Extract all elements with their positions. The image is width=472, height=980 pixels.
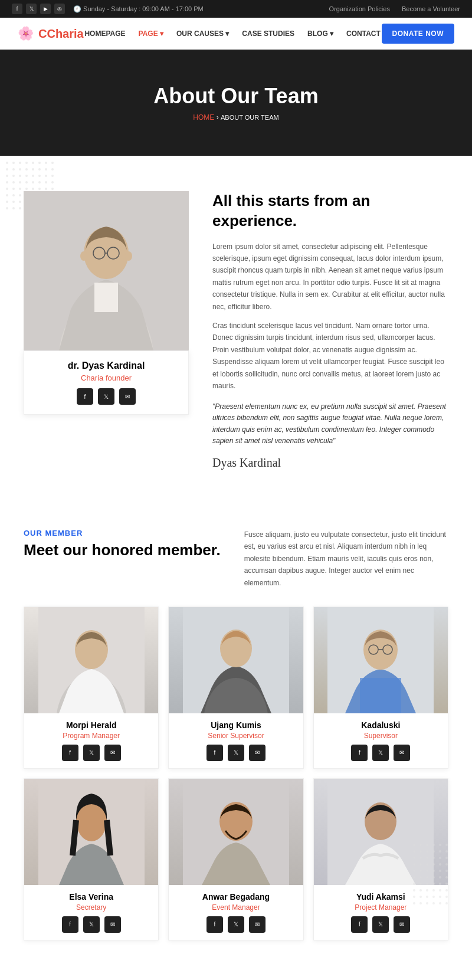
- member-social-0: f 𝕏 ✉: [31, 745, 151, 761]
- nav-contact[interactable]: CONTACT: [346, 30, 381, 38]
- member-image-0: [24, 607, 158, 713]
- dot: [439, 889, 441, 891]
- dot: [419, 902, 422, 904]
- breadcrumb-home[interactable]: HOME: [193, 113, 214, 122]
- member-role-4: Event Manager: [176, 903, 296, 912]
- m3-email-icon[interactable]: ✉: [104, 916, 121, 933]
- members-section: OUR MEMBER Meet our honored member. Fusc…: [0, 505, 472, 964]
- dot: [419, 883, 422, 885]
- m1-twitter-icon[interactable]: 𝕏: [228, 745, 244, 761]
- member-role-3: Secretary: [31, 903, 151, 912]
- dot: [12, 194, 15, 196]
- dot: [445, 896, 448, 898]
- dot: [6, 188, 8, 190]
- nav-links: HOMEPAGE PAGE ▾ OUR CAUSES ▾ CASE STUDIE…: [84, 30, 380, 38]
- m1-email-icon[interactable]: ✉: [249, 745, 266, 761]
- about-paragraph2: Cras tincidunt scelerisque lacus vel tin…: [212, 320, 448, 392]
- m5-twitter-icon[interactable]: 𝕏: [372, 916, 389, 933]
- dot: [19, 207, 21, 209]
- dot: [51, 162, 54, 164]
- dot: [439, 850, 441, 853]
- founder-twitter-icon[interactable]: 𝕏: [98, 388, 114, 405]
- dot: [38, 162, 41, 164]
- m0-twitter-icon[interactable]: 𝕏: [83, 745, 100, 761]
- nav-blog[interactable]: BLOG ▾: [307, 30, 333, 38]
- dot: [6, 181, 8, 183]
- dot: [413, 889, 415, 891]
- nav-causes[interactable]: OUR CAUSES ▾: [176, 30, 229, 38]
- dot: [426, 870, 428, 872]
- dot: [413, 870, 415, 872]
- member-role-0: Program Manager: [31, 732, 151, 740]
- members-label: OUR MEMBER: [24, 529, 221, 537]
- dot: [38, 175, 41, 177]
- dot: [439, 876, 441, 879]
- instagram-icon[interactable]: ◎: [54, 4, 65, 14]
- social-icons-top: f 𝕏 ▶ ◎: [12, 4, 65, 14]
- dot: [426, 902, 428, 904]
- member-image-4: [169, 779, 303, 885]
- logo-icon: 🌸: [18, 26, 34, 41]
- dot: [426, 863, 428, 866]
- dot: [445, 902, 448, 904]
- member-card-5: Yudi Akamsi Project Manager f 𝕏 ✉: [313, 778, 448, 940]
- m5-facebook-icon[interactable]: f: [351, 916, 368, 933]
- m1-facebook-icon[interactable]: f: [206, 745, 223, 761]
- member-info-1: Ujang Kumis Senior Supervisor f 𝕏 ✉: [169, 713, 303, 768]
- dot: [432, 863, 435, 866]
- dot: [51, 168, 54, 171]
- dot: [25, 162, 28, 164]
- dot: [426, 889, 428, 891]
- about-section: // Dots generated below: [0, 156, 472, 505]
- dot: [432, 902, 435, 904]
- donate-button[interactable]: DONATE NOW: [382, 24, 454, 44]
- nav-page[interactable]: PAGE ▾: [139, 30, 163, 38]
- dot: [445, 857, 448, 859]
- m0-facebook-icon[interactable]: f: [62, 745, 78, 761]
- volunteer-link[interactable]: Become a Volunteer: [402, 5, 460, 12]
- org-policy-link[interactable]: Organization Policies: [329, 5, 390, 12]
- founder-facebook-icon[interactable]: f: [77, 388, 93, 405]
- top-bar-left: f 𝕏 ▶ ◎ 🕘 Sunday - Saturday : 09:00 AM -…: [12, 4, 204, 14]
- business-hours: 🕘 Sunday - Saturday : 09:00 AM - 17:00 P…: [73, 5, 204, 13]
- dot: [419, 870, 422, 872]
- dot: [32, 175, 34, 177]
- founder-email-icon[interactable]: ✉: [119, 388, 136, 405]
- member-name-0: Morpi Herald: [31, 720, 151, 730]
- member-image-2: [314, 607, 448, 713]
- member-name-4: Anwar Begadang: [176, 892, 296, 902]
- member-dots: [413, 844, 448, 904]
- m4-facebook-icon[interactable]: f: [206, 916, 223, 933]
- twitter-icon[interactable]: 𝕏: [26, 4, 37, 14]
- signature: Dyas Kardinal: [212, 456, 448, 470]
- m4-twitter-icon[interactable]: 𝕏: [228, 916, 244, 933]
- member-card-3: Elsa Verina Secretary f 𝕏 ✉: [24, 778, 159, 940]
- m5-email-icon[interactable]: ✉: [394, 916, 410, 933]
- dot: [25, 168, 28, 171]
- dot: [419, 863, 422, 866]
- m2-facebook-icon[interactable]: f: [351, 745, 368, 761]
- facebook-icon[interactable]: f: [12, 4, 22, 14]
- dot: [426, 876, 428, 879]
- dot: [419, 876, 422, 879]
- m4-email-icon[interactable]: ✉: [249, 916, 266, 933]
- m3-twitter-icon[interactable]: 𝕏: [83, 916, 100, 933]
- nav-homepage[interactable]: HOMEPAGE: [84, 30, 125, 38]
- dot: [439, 883, 441, 885]
- member-card-2: Kadaluski Supervisor f 𝕏 ✉: [313, 607, 448, 769]
- logo-text: CCharia: [38, 27, 84, 41]
- dot: [19, 181, 21, 183]
- dot: [445, 889, 448, 891]
- dot: [439, 896, 441, 898]
- youtube-icon[interactable]: ▶: [40, 4, 51, 14]
- dot: [445, 844, 448, 846]
- nav-casestudies[interactable]: CASE STUDIES: [242, 30, 294, 38]
- dot: [38, 188, 41, 190]
- m3-facebook-icon[interactable]: f: [62, 916, 78, 933]
- m0-email-icon[interactable]: ✉: [104, 745, 121, 761]
- dot: [19, 162, 21, 164]
- founder-name: dr. Dyas Kardinal: [34, 360, 179, 371]
- m2-email-icon[interactable]: ✉: [394, 745, 410, 761]
- m2-twitter-icon[interactable]: 𝕏: [372, 745, 389, 761]
- founder-card: dr. Dyas Kardinal Charia founder f 𝕏 ✉: [24, 350, 189, 415]
